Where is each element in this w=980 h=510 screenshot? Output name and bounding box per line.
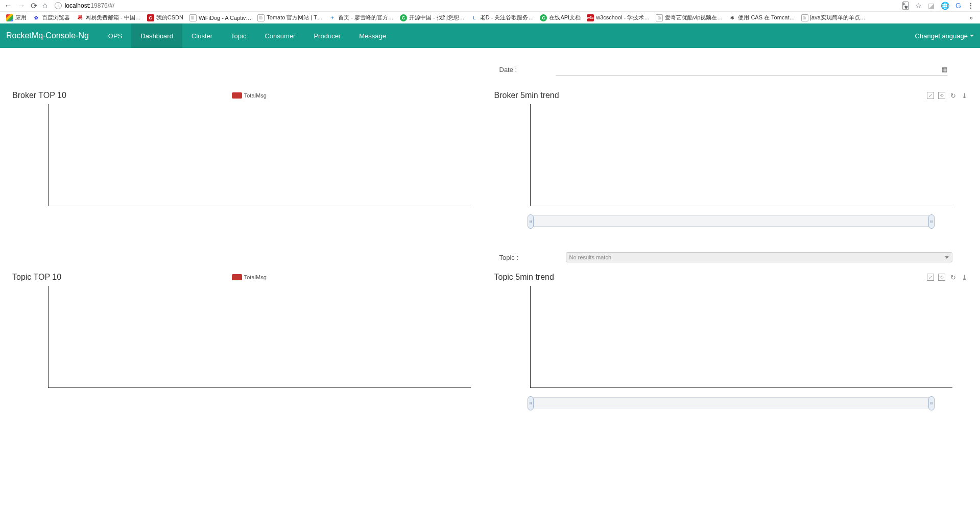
zoom-icon[interactable]: ⤢ bbox=[927, 274, 934, 281]
profile-icon[interactable]: G bbox=[955, 2, 961, 10]
bookmark-item[interactable]: ✱使用 CAS 在 Tomcat… bbox=[727, 14, 797, 21]
chart-title: Topic TOP 10 bbox=[12, 273, 61, 282]
bookmark-item[interactable]: C我的CSDN bbox=[145, 14, 185, 21]
bookmark-apps[interactable]: 应用 bbox=[4, 14, 29, 21]
caret-down-icon bbox=[970, 35, 974, 37]
bookmark-bar: 应用 ✿百度浏览器 易网易免费邮箱 - 中国… C我的CSDN 🗎WiFiDog… bbox=[0, 11, 980, 23]
chart-canvas bbox=[530, 286, 953, 388]
chart-title: Broker 5min trend bbox=[494, 91, 559, 100]
download-icon[interactable]: ⤓ bbox=[961, 274, 968, 281]
topic-filter-row: Topic : No results match bbox=[499, 252, 953, 262]
app-brand[interactable]: RocketMq-Console-Ng bbox=[6, 31, 99, 40]
date-filter-row: Date : ▦ bbox=[494, 63, 968, 76]
extension-icon[interactable]: ◪ bbox=[928, 2, 935, 10]
chart-toolbox: ⤢ ⟲ ↻ ⤓ bbox=[927, 274, 968, 281]
slider-handle-right[interactable] bbox=[928, 214, 935, 229]
zoom-reset-icon[interactable]: ⟲ bbox=[938, 274, 945, 281]
data-zoom-slider[interactable] bbox=[530, 397, 933, 408]
bookmark-item[interactable]: 易网易免费邮箱 - 中国… bbox=[74, 14, 143, 21]
topic-label: Topic : bbox=[499, 254, 566, 261]
bookmark-item[interactable]: w3cw3cschool - 学技术… bbox=[585, 14, 652, 21]
back-button[interactable]: ← bbox=[4, 1, 12, 10]
nav-dashboard[interactable]: Dashboard bbox=[131, 23, 182, 48]
reload-button[interactable]: ⟳ bbox=[31, 1, 37, 11]
home-button[interactable]: ⌂ bbox=[42, 1, 47, 10]
slider-handle-right[interactable] bbox=[928, 396, 935, 410]
broker-trend-chart: Broker 5min trend ⤢ ⟲ ↻ ⤓ bbox=[494, 91, 968, 227]
bookmark-item[interactable]: ✿百度浏览器 bbox=[31, 14, 72, 21]
topic-select[interactable]: No results match bbox=[566, 252, 953, 262]
calendar-icon[interactable]: ▦ bbox=[942, 66, 947, 73]
bookmark-item[interactable]: 🗎Tomato 官方网站 | T… bbox=[255, 14, 325, 21]
bookmark-star-icon[interactable]: ☆ bbox=[915, 2, 922, 10]
bookmark-overflow[interactable]: » bbox=[966, 14, 976, 21]
site-info-icon[interactable]: i bbox=[55, 2, 62, 9]
nav-message[interactable]: Message bbox=[350, 23, 395, 48]
browser-toolbar: ← → ⟳ ⌂ i localhost:19876/#/ 🂾 ☆ ◪ 🌐 G ⋮ bbox=[0, 0, 980, 11]
nav-ops[interactable]: OPS bbox=[99, 23, 131, 48]
dashboard-content: Date : ▦ Broker TOP 10 TotalMsg bbox=[0, 48, 980, 444]
bookmark-item[interactable]: 🗎WiFiDog - A Captiv… bbox=[187, 14, 253, 21]
chart-canvas bbox=[530, 104, 953, 206]
slider-handle-left[interactable] bbox=[528, 396, 534, 410]
chart-toolbox: ⤢ ⟲ ↻ ⤓ bbox=[927, 92, 968, 99]
legend-swatch bbox=[232, 274, 242, 280]
chart-legend[interactable]: TotalMsg bbox=[232, 92, 267, 99]
globe-icon[interactable]: 🌐 bbox=[941, 2, 949, 10]
nav-producer[interactable]: Producer bbox=[304, 23, 350, 48]
zoom-reset-icon[interactable]: ⟲ bbox=[938, 92, 945, 99]
chart-canvas bbox=[48, 104, 471, 206]
app-nav: RocketMq-Console-Ng OPS Dashboard Cluste… bbox=[0, 23, 980, 48]
bookmark-item[interactable]: C开源中国 - 找到您想… bbox=[398, 14, 467, 21]
topic-top10-chart: Topic TOP 10 TotalMsg bbox=[12, 273, 486, 388]
bookmark-item[interactable]: L老D - 关注谷歌服务… bbox=[469, 14, 536, 21]
nav-topic[interactable]: Topic bbox=[222, 23, 255, 48]
broker-top10-chart: Broker TOP 10 TotalMsg bbox=[12, 91, 486, 206]
restore-icon[interactable]: ↻ bbox=[949, 92, 957, 99]
date-input[interactable]: ▦ bbox=[556, 63, 948, 76]
translate-icon[interactable]: 🂾 bbox=[902, 2, 909, 10]
forward-button[interactable]: → bbox=[17, 1, 26, 10]
date-label: Date : bbox=[494, 66, 556, 74]
toolbar-right: 🂾 ☆ ◪ 🌐 G ⋮ bbox=[902, 2, 976, 10]
download-icon[interactable]: ⤓ bbox=[961, 92, 968, 99]
url-bar[interactable]: i localhost:19876/#/ bbox=[53, 1, 897, 10]
topic-trend-chart: Topic 5min trend ⤢ ⟲ ↻ ⤓ bbox=[494, 273, 968, 408]
bookmark-item[interactable]: 🗎爱奇艺优酷vip视频在… bbox=[654, 14, 725, 21]
legend-swatch bbox=[232, 92, 242, 99]
url-host: localhost: bbox=[65, 2, 91, 9]
chart-canvas bbox=[48, 286, 471, 388]
menu-icon[interactable]: ⋮ bbox=[967, 2, 974, 10]
restore-icon[interactable]: ↻ bbox=[949, 274, 957, 281]
chart-title: Broker TOP 10 bbox=[12, 91, 66, 100]
bookmark-item[interactable]: 🗎java实现简单的单点… bbox=[799, 14, 868, 21]
zoom-icon[interactable]: ⤢ bbox=[927, 92, 934, 99]
date-field[interactable] bbox=[556, 66, 942, 73]
url-path: 19876/#/ bbox=[90, 2, 114, 9]
change-language-dropdown[interactable]: ChangeLanguage bbox=[915, 32, 974, 40]
bookmark-item[interactable]: C在线API文档 bbox=[538, 14, 583, 21]
slider-handle-left[interactable] bbox=[528, 214, 534, 229]
bookmark-item[interactable]: ✈首页 - 廖雪峰的官方… bbox=[327, 14, 396, 21]
data-zoom-slider[interactable] bbox=[530, 215, 933, 227]
nav-cluster[interactable]: Cluster bbox=[182, 23, 222, 48]
chart-legend[interactable]: TotalMsg bbox=[232, 274, 267, 280]
chart-title: Topic 5min trend bbox=[494, 273, 554, 282]
nav-consumer[interactable]: Consumer bbox=[255, 23, 304, 48]
